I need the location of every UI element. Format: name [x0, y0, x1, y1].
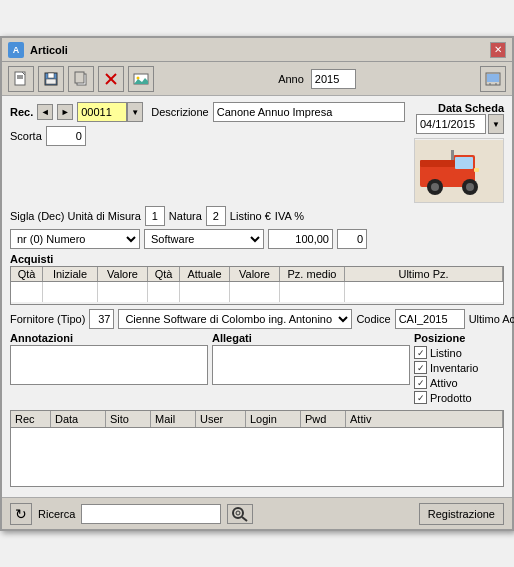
copy-button[interactable] — [68, 66, 94, 92]
posizione-section: Posizione ✓ Listino ✓ Inventario ✓ Attiv… — [414, 332, 504, 406]
svg-rect-26 — [451, 150, 454, 160]
acq-valore2[interactable] — [230, 282, 280, 302]
sigla-label: Sigla (Dec) Unità di Misura — [10, 210, 141, 222]
checkbox-attivo-box[interactable]: ✓ — [414, 376, 427, 389]
delete-button[interactable] — [98, 66, 124, 92]
checkbox-attivo: ✓ Attivo — [414, 376, 504, 389]
rec-label: Rec. — [10, 106, 33, 118]
col-iniziale: Iniziale — [43, 267, 98, 281]
search-go-button[interactable] — [227, 504, 253, 524]
iva-input[interactable] — [337, 229, 367, 249]
annotazioni-textarea[interactable] — [10, 345, 208, 385]
image-button[interactable] — [128, 66, 154, 92]
natura-input1[interactable] — [145, 206, 165, 226]
scorta-input[interactable] — [46, 126, 86, 146]
col-qty2: Qtà — [148, 267, 180, 281]
checkbox-attivo-label: Attivo — [430, 377, 458, 389]
acq-qty1[interactable] — [11, 282, 43, 302]
scorta-label: Scorta — [10, 130, 42, 142]
window-title: Articoli — [30, 44, 68, 56]
data-scheda-dropdown[interactable]: ▼ — [488, 114, 504, 134]
desc-input[interactable] — [213, 102, 405, 122]
natura-input2[interactable] — [206, 206, 226, 226]
svg-rect-20 — [420, 160, 455, 167]
search-input[interactable] — [81, 504, 221, 524]
table-body — [10, 427, 504, 487]
table-section: Rec Data Sito Mail User Login Pwd Attiv — [10, 410, 504, 487]
search-label: Ricerca — [38, 508, 75, 520]
natura-select[interactable]: Software — [144, 229, 264, 249]
main-window: A Articoli ✕ Anno — [0, 36, 514, 531]
svg-rect-13 — [487, 74, 499, 82]
sigla-select[interactable]: nr (0) Numero — [10, 229, 140, 249]
fornitore-label: Fornitore (Tipo) — [10, 313, 85, 325]
col-attuale: Attuale — [180, 267, 230, 281]
data-scheda-label: Data Scheda — [438, 102, 504, 114]
posizione-label: Posizione — [414, 332, 504, 344]
fornitore-num[interactable] — [89, 309, 114, 329]
th-attiv: Attiv — [346, 411, 503, 427]
new-button[interactable] — [8, 66, 34, 92]
svg-point-29 — [236, 511, 240, 515]
checkbox-listino: ✓ Listino — [414, 346, 504, 359]
annotazioni-section: Annotazioni — [10, 332, 208, 406]
svg-rect-25 — [474, 168, 479, 172]
refresh-button[interactable]: ↻ — [10, 503, 32, 525]
natura-label: Natura — [169, 210, 202, 222]
checkbox-prodotto-box[interactable]: ✓ — [414, 391, 427, 404]
annotation-row: Annotazioni Allegati Posizione ✓ Listino… — [10, 332, 504, 406]
acq-qty2[interactable] — [148, 282, 180, 302]
acq-valore1[interactable] — [98, 282, 148, 302]
data-scheda-input[interactable] — [416, 114, 486, 134]
prev-button[interactable]: ◄ — [37, 104, 53, 120]
annotazioni-label: Annotazioni — [10, 332, 208, 344]
rec-row: Rec. ◄ ► ▼ Descrizione — [10, 102, 405, 122]
listino-input[interactable] — [268, 229, 333, 249]
table-header: Rec Data Sito Mail User Login Pwd Attiv — [10, 410, 504, 427]
main-content: Rec. ◄ ► ▼ Descrizione Scorta — [2, 96, 512, 497]
anno-label: Anno — [278, 73, 304, 85]
checkbox-inventario: ✓ Inventario — [414, 361, 504, 374]
checkbox-prodotto-label: Prodotto — [430, 392, 472, 404]
checkbox-inventario-label: Inventario — [430, 362, 478, 374]
acq-ultimopz[interactable] — [345, 282, 503, 302]
th-rec: Rec — [11, 411, 51, 427]
svg-point-22 — [431, 183, 439, 191]
scorta-row: Scorta — [10, 126, 405, 146]
svg-point-24 — [466, 183, 474, 191]
codice-label: Codice — [356, 313, 390, 325]
svg-point-27 — [233, 508, 243, 518]
rec-dropdown-arrow[interactable]: ▼ — [127, 102, 143, 122]
desc-label: Descrizione — [151, 106, 208, 118]
save-button[interactable] — [38, 66, 64, 92]
svg-rect-7 — [75, 72, 84, 83]
registrazione-button[interactable]: Registrazione — [419, 503, 504, 525]
allegati-section: Allegati — [212, 332, 410, 406]
th-pwd: Pwd — [301, 411, 346, 427]
svg-rect-4 — [48, 73, 54, 78]
checkbox-prodotto: ✓ Prodotto — [414, 391, 504, 404]
close-button[interactable]: ✕ — [490, 42, 506, 58]
next-button[interactable]: ► — [57, 104, 73, 120]
allegati-textarea[interactable] — [212, 345, 410, 385]
col-qty1: Qtà — [11, 267, 43, 281]
export-button[interactable] — [480, 66, 506, 92]
allegati-label: Allegati — [212, 332, 410, 344]
codice-input[interactable] — [395, 309, 465, 329]
checkbox-inventario-box[interactable]: ✓ — [414, 361, 427, 374]
col-ultimopz: Ultimo Pz. — [345, 267, 503, 281]
anno-input[interactable] — [311, 69, 356, 89]
iva-label: IVA % — [275, 210, 304, 222]
acq-iniziale[interactable] — [43, 282, 98, 302]
svg-line-28 — [242, 517, 247, 521]
th-sito: Sito — [106, 411, 151, 427]
acq-pzmedio[interactable] — [280, 282, 345, 302]
acq-attuale[interactable] — [180, 282, 230, 302]
col-pzmedio: Pz. medio — [280, 267, 345, 281]
acquisti-label: Acquisti — [10, 253, 504, 265]
window-icon: A — [8, 42, 24, 58]
fornitore-select[interactable]: Cienne Software di Colombo ing. Antonino — [118, 309, 352, 329]
rec-input[interactable] — [77, 102, 127, 122]
checkbox-listino-box[interactable]: ✓ — [414, 346, 427, 359]
ultimo-label: Ultimo Acquisto — [469, 313, 514, 325]
